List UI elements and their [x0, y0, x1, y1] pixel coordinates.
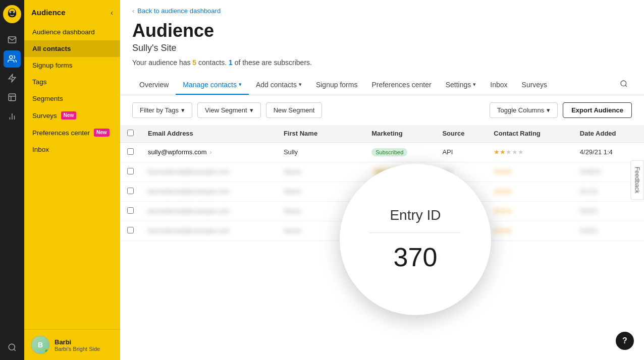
email-cell: blurredemail@example.com — [141, 221, 277, 241]
rating-cell: ★★★ — [487, 162, 572, 182]
segment-chevron-icon: ▾ — [250, 106, 253, 114]
th-checkbox — [120, 125, 141, 143]
sidebar-item-label: Preferences center — [32, 129, 90, 137]
row-checkbox[interactable] — [127, 227, 134, 233]
sidebar-item-all-contacts[interactable]: All contacts — [24, 40, 120, 57]
preferences-new-badge: New — [94, 129, 110, 137]
toggle-columns-btn[interactable]: Toggle Columns ▾ — [490, 102, 558, 118]
tab-surveys-label: Surveys — [522, 81, 548, 89]
th-email: Email Address — [141, 125, 277, 143]
marketing-cell: Subscribed — [364, 201, 435, 221]
toolbar-right: Toggle Columns ▾ Export Audience — [490, 102, 632, 118]
extra-cell — [345, 182, 365, 201]
export-audience-btn[interactable]: Export Audience — [563, 102, 632, 118]
help-button[interactable]: ? — [616, 332, 634, 350]
source-cell: API — [435, 142, 487, 162]
source-cell: API — [435, 221, 487, 241]
svg-point-16 — [9, 344, 15, 350]
tab-surveys[interactable]: Surveys — [515, 76, 555, 95]
export-label: Export Audience — [571, 106, 623, 114]
filter-by-tags-btn[interactable]: Filter by Tags ▾ — [132, 102, 192, 118]
svg-point-6 — [10, 12, 11, 13]
tab-overview-label: Overview — [139, 81, 169, 89]
sidebar-item-signup-forms[interactable]: Signup forms — [24, 57, 120, 74]
tab-manage-contacts-label: Manage contacts — [183, 81, 237, 89]
email-cell: blurredemail@example.com — [141, 182, 277, 201]
filter-chevron-icon: ▾ — [181, 106, 185, 114]
sidebar-header: Audience ‹ — [24, 0, 120, 22]
toggle-cols-label: Toggle Columns — [497, 106, 544, 114]
email-arrow-icon[interactable]: › — [210, 149, 212, 156]
sidebar-item-surveys[interactable]: Surveys New — [24, 107, 120, 124]
sidebar-item-label: All contacts — [32, 45, 71, 52]
tab-preferences-center[interactable]: Preferences center — [364, 76, 438, 95]
email-cell: blurredemail@example.com — [141, 201, 277, 221]
analytics-icon-btn[interactable] — [4, 108, 21, 125]
row-checkbox[interactable] — [127, 188, 134, 194]
sidebar-item-label: Audience dashboard — [32, 28, 95, 36]
sidebar-item-label: Segments — [32, 95, 63, 102]
extra-cell — [345, 142, 365, 162]
sidebar-item-audience-dashboard[interactable]: Audience dashboard — [24, 24, 120, 40]
subscribers-count: 1 — [229, 58, 233, 67]
table-toolbar: Filter by Tags ▾ View Segment ▾ New Segm… — [120, 95, 644, 125]
tab-manage-contacts[interactable]: Manage contacts ▾ — [176, 76, 249, 95]
row-checkbox[interactable] — [127, 148, 134, 155]
table-row: blurredemail@example.com Name Subscribed… — [120, 221, 644, 241]
audience-icon-btn[interactable] — [4, 50, 21, 68]
automations-icon-btn[interactable] — [4, 70, 21, 87]
breadcrumb-link[interactable]: Back to audience dashboard — [137, 7, 221, 15]
source-cell: API — [435, 162, 487, 182]
th-source: Source — [435, 125, 487, 143]
svg-line-17 — [14, 349, 15, 350]
tab-overview[interactable]: Overview — [132, 76, 176, 95]
page-header: Audience Sully's Site Your audience has … — [120, 15, 644, 67]
sidebar-panel: Audience ‹ Audience dashboard All contac… — [24, 0, 120, 360]
description-suffix: of these are subscribers. — [233, 58, 312, 67]
sidebar-collapse-btn[interactable]: ‹ — [111, 9, 113, 17]
tab-settings-label: Settings — [446, 81, 471, 89]
feedback-tab[interactable]: Feedback — [631, 160, 644, 200]
svg-marker-9 — [9, 75, 16, 82]
row-checkbox[interactable] — [127, 207, 134, 214]
firstname-cell: Name — [277, 221, 345, 241]
contacts-count: 5 — [192, 58, 196, 67]
sidebar-item-preferences-center[interactable]: Preferences center New — [24, 124, 120, 141]
tab-add-contacts[interactable]: Add contacts ▾ — [249, 76, 309, 95]
marketing-cell: Subscribed — [364, 182, 435, 201]
tab-signup-forms[interactable]: Signup forms — [309, 76, 364, 95]
row-checkbox[interactable] — [127, 168, 134, 174]
sidebar-item-tags[interactable]: Tags — [24, 74, 120, 90]
user-avatar[interactable]: B — [31, 336, 49, 354]
firstname-cell: Name — [277, 162, 345, 182]
view-segment-btn[interactable]: View Segment ▾ — [197, 102, 261, 118]
content-icon-btn[interactable] — [4, 89, 21, 106]
sidebar-item-inbox[interactable]: Inbox — [24, 141, 120, 158]
select-all-checkbox[interactable] — [127, 130, 134, 136]
firstname-cell: Sully — [277, 142, 345, 162]
marketing-cell: Subscribed — [364, 162, 435, 182]
tab-settings[interactable]: Settings ▾ — [439, 76, 484, 95]
new-segment-btn[interactable]: New Segment — [266, 102, 323, 118]
tab-inbox[interactable]: Inbox — [483, 76, 514, 95]
sidebar-item-segments[interactable]: Segments — [24, 90, 120, 107]
app-logo[interactable] — [3, 5, 21, 23]
th-marketing: Marketing — [364, 125, 435, 143]
search-icon-btn[interactable] — [4, 339, 21, 356]
table-wrapper: Email Address First Name Marketing Sourc… — [120, 125, 644, 241]
filter-by-tags-label: Filter by Tags — [140, 106, 179, 114]
tab-search-btn[interactable] — [616, 77, 632, 93]
star-rating: ★★★★★ — [494, 148, 524, 156]
sidebar-title: Audience — [31, 8, 111, 17]
tab-add-contacts-label: Add contacts — [256, 81, 297, 89]
date-cell: 4/29/21 1:4 — [573, 142, 644, 162]
campaigns-icon-btn[interactable] — [4, 31, 21, 48]
tab-settings-chevron: ▾ — [473, 81, 476, 88]
breadcrumb: ‹ Back to audience dashboard — [120, 0, 644, 15]
extra-cell — [345, 201, 365, 221]
tab-inbox-label: Inbox — [490, 81, 507, 89]
rating-cell: ★★★★★ — [487, 142, 572, 162]
date-cell: 5/2/21 — [573, 201, 644, 221]
svg-rect-10 — [9, 94, 16, 101]
user-info: Barbi Barbi's Bright Side — [55, 338, 113, 352]
